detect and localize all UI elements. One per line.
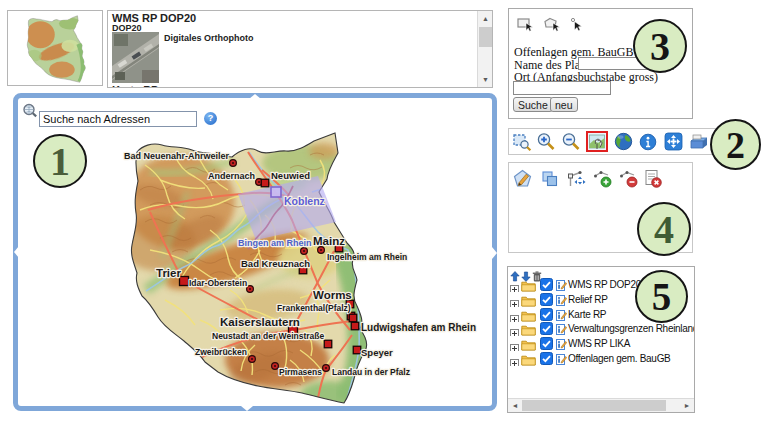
layer-label[interactable]: WMS RP LIKA (568, 338, 630, 349)
layer-label[interactable]: Verwaltungsgrenzen Rheinland-Pfalz (568, 323, 694, 334)
city-label: Bad Neuenahr-Ahrweiler (124, 151, 230, 161)
annotation-number: 1 (50, 138, 70, 185)
layer-edit-icon[interactable] (556, 277, 567, 292)
map-canvas[interactable]: Bad Neuenahr-AhrweilerAndernachNeuwiedKo… (18, 98, 492, 406)
digitize-rectangle-icon[interactable] (517, 17, 534, 37)
digitize-delete-geometry-button[interactable] (642, 169, 662, 188)
toolbar-zoom-box-button[interactable] (511, 131, 533, 152)
expand-icon[interactable] (510, 339, 519, 351)
city-marker (324, 340, 332, 348)
layer-checkbox[interactable] (540, 292, 553, 307)
city-label: Idar-Oberstein (189, 278, 247, 288)
digitize-move-vertex-button[interactable] (566, 169, 586, 188)
layer-label[interactable]: Offenlagen gem. BauGB (568, 353, 670, 364)
digitize-add-vertex-button[interactable] (592, 169, 612, 188)
city-marker (247, 286, 254, 293)
layer-edit-icon[interactable] (556, 307, 567, 322)
expand-icon[interactable] (510, 324, 519, 336)
annotation-circle-2: 2 (710, 119, 761, 170)
digitize-edit-polygon-button[interactable] (512, 169, 532, 188)
city-label: Andernach (208, 171, 255, 181)
toolbar-zoom-in-button[interactable] (535, 131, 557, 152)
city-label: Neustadt an der Weinstraße (212, 331, 325, 341)
layer-checkbox[interactable] (540, 321, 553, 336)
city-label: Speyer (361, 347, 393, 358)
folder-icon[interactable] (521, 322, 536, 336)
layer-checkbox[interactable] (540, 336, 553, 351)
scroll-left-icon[interactable]: ◄ (508, 399, 522, 412)
toolbar-extent-button[interactable] (662, 131, 684, 152)
layer-edit-icon[interactable] (556, 292, 567, 307)
layer-row: Offenlagen gem. BauGB (509, 351, 694, 366)
collapse-arrow-left-icon[interactable] (14, 246, 19, 258)
layer-label[interactable]: Karte RP (568, 309, 606, 320)
layer-row: WMS RP LIKA (509, 336, 694, 351)
ort-input[interactable] (513, 81, 611, 95)
map-viewport[interactable]: Bad Neuenahr-AhrweilerAndernachNeuwiedKo… (13, 93, 497, 411)
layer-checkbox[interactable] (540, 307, 553, 322)
digitize-remove-vertex-button[interactable] (618, 169, 638, 188)
toolbar-info-button[interactable] (637, 131, 659, 152)
city-label: Frankenthal(Pfalz) (277, 303, 351, 313)
map-toolbar-panel (508, 128, 722, 155)
toolbar-pan-map-button[interactable] (586, 131, 608, 152)
thumbnail-caption: Digitales Orthophoto (164, 33, 254, 43)
expand-icon[interactable] (510, 310, 519, 322)
annotation-circle-5: 5 (635, 270, 688, 323)
scrollbar-thumb[interactable] (479, 27, 492, 47)
scroll-down-icon[interactable]: ▼ (478, 72, 493, 87)
city-marker (323, 365, 330, 372)
scrollbar-thumb[interactable] (522, 400, 666, 411)
city-marker (301, 248, 308, 255)
city-marker (272, 363, 279, 370)
city-marker (261, 179, 269, 187)
city-marker (249, 356, 256, 363)
digitize-point-icon[interactable] (570, 17, 582, 37)
folder-icon[interactable] (521, 293, 536, 307)
city-label: Ingelheim am Rhein (327, 252, 407, 262)
layer-label[interactable]: Relief RP (568, 294, 608, 305)
scroll-up-icon[interactable]: ▲ (478, 11, 493, 26)
city-marker (351, 322, 359, 330)
folder-icon[interactable] (521, 278, 536, 292)
address-search-input[interactable] (39, 111, 197, 127)
folder-icon[interactable] (521, 352, 536, 366)
city-label: Koblenz (284, 195, 325, 207)
next-layer-title: Karte RP (112, 84, 158, 88)
toolbar-zoom-out-button[interactable] (560, 131, 582, 152)
city-label: Neuwied (271, 170, 310, 181)
city-label: Trier (156, 267, 181, 279)
digitize-copy-geometry-button[interactable] (539, 169, 559, 188)
digitize-polygon-icon[interactable] (543, 17, 561, 37)
city-marker (318, 247, 325, 254)
expand-icon[interactable] (510, 354, 519, 366)
toolbar-print-button[interactable] (688, 131, 710, 152)
tree-horizontal-scrollbar[interactable]: ◄ ► (508, 398, 694, 412)
collapse-arrow-top-icon[interactable] (249, 94, 261, 99)
folder-icon[interactable] (521, 337, 536, 351)
list-vertical-scrollbar[interactable]: ▲ ▼ (477, 11, 492, 87)
annotation-circle-1: 1 (33, 134, 87, 188)
expand-icon[interactable] (510, 295, 519, 307)
help-icon[interactable]: ? (204, 112, 217, 125)
city-label: Bingen am Rhein (238, 238, 312, 248)
layer-edit-icon[interactable] (556, 351, 567, 366)
layer-edit-icon[interactable] (556, 321, 567, 336)
scroll-right-icon[interactable]: ► (680, 399, 694, 412)
toolbar-globe-button[interactable] (612, 131, 634, 152)
suche-button[interactable]: Suche (513, 97, 553, 112)
city-label: Worms (313, 289, 352, 301)
layer-checkbox[interactable] (540, 277, 553, 292)
folder-icon[interactable] (521, 308, 536, 322)
collapse-arrow-right-icon[interactable] (492, 247, 497, 259)
layer-checkbox[interactable] (540, 351, 553, 366)
expand-icon[interactable] (510, 280, 519, 292)
layer-label[interactable]: WMS RP DOP20 (568, 279, 641, 290)
city-marker (349, 314, 357, 322)
city-label: Kaiserslautern (220, 316, 300, 328)
city-label: Bad Kreuznach (241, 258, 310, 269)
layer-edit-icon[interactable] (556, 336, 567, 351)
neu-button[interactable]: neu (550, 97, 578, 112)
city-label: Ludwigshafen am Rhein (361, 322, 476, 333)
collapse-arrow-bottom-icon[interactable] (241, 406, 253, 411)
